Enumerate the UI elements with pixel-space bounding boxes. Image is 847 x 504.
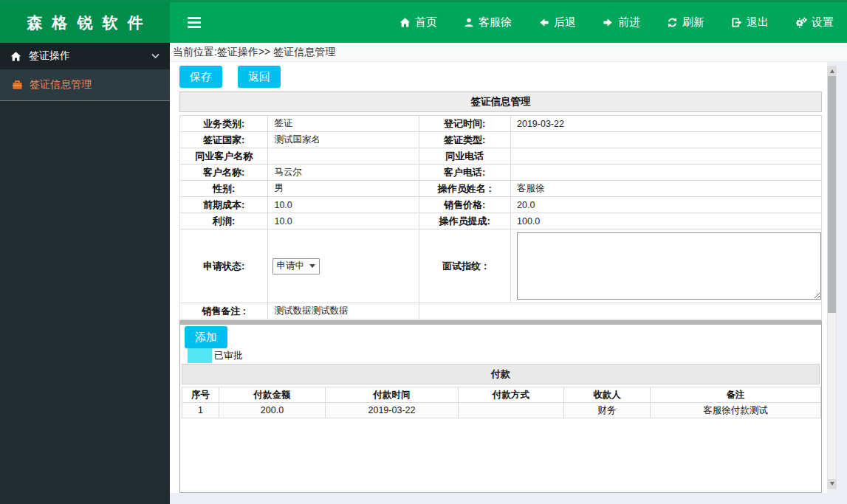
nav-current-user[interactable]: 客服徐 xyxy=(464,15,512,30)
field-label: 登记时间: xyxy=(419,116,510,132)
field-value: 10.0 xyxy=(268,213,419,229)
nav-label: 客服徐 xyxy=(479,15,512,30)
app-brand-text: 森格锐软件 xyxy=(27,13,153,33)
field-value: 测试数据测试数据 xyxy=(268,303,419,320)
field-label: 操作员提成: xyxy=(419,213,510,229)
field-value xyxy=(511,132,822,148)
sidebar-item-label: 签证信息管理 xyxy=(30,78,92,92)
payment-cell: 客服徐付款测试 xyxy=(651,403,821,418)
field-label: 操作员姓名 : xyxy=(419,181,510,197)
payment-cell xyxy=(459,403,564,418)
field-value: 100.0 xyxy=(511,213,822,229)
payments-panel: 添加 已审批 付款 序号 付款金额 付款时间 付款方式 收款人 备注 xyxy=(179,320,822,493)
scroll-down-button[interactable] xyxy=(828,479,836,489)
add-payment-button[interactable]: 添加 xyxy=(185,326,227,348)
app-brand: 森格锐软件 xyxy=(0,2,170,43)
field-value: 2019-03-22 xyxy=(511,116,822,132)
user-icon xyxy=(464,17,474,28)
sidebar-toggle-button[interactable] xyxy=(185,13,204,32)
nav-back[interactable]: 后退 xyxy=(538,15,576,30)
nav-settings[interactable]: 设置 xyxy=(795,15,834,30)
content-area: 当前位置:签证操作>> 签证信息管理 保存 返回 签证信息管理 业务类别: 签证… xyxy=(170,43,847,504)
visa-info-form-table: 业务类别: 签证 登记时间: 2019-03-22 签证国家: 测试国家名 签证… xyxy=(179,115,822,320)
payment-row[interactable]: 1 200.0 2019-03-22 财务 客服徐付款测试 xyxy=(182,403,821,418)
payments-title: 付款 xyxy=(182,364,820,384)
selected-option: 申请中 xyxy=(276,260,304,272)
hamburger-icon xyxy=(188,17,201,19)
hamburger-icon xyxy=(188,21,201,24)
nav-home[interactable]: 首页 xyxy=(400,15,437,30)
briefcase-icon xyxy=(12,80,23,91)
nav-label: 退出 xyxy=(747,15,769,30)
hamburger-icon xyxy=(188,26,201,28)
payment-cell: 1 xyxy=(182,403,219,418)
interview-fingerprint-textarea[interactable] xyxy=(517,232,821,300)
field-value: 客服徐 xyxy=(511,181,822,197)
field-label: 销售备注 : xyxy=(180,303,268,320)
field-label: 面试指纹 : xyxy=(419,229,510,303)
top-nav-items: 首页 客服徐 后退 前进 xyxy=(400,15,834,30)
payments-header-row: 序号 付款金额 付款时间 付款方式 收款人 备注 xyxy=(182,387,821,403)
nav-label: 前进 xyxy=(618,15,640,30)
field-label: 客户名称: xyxy=(180,165,268,181)
column-header: 序号 xyxy=(182,387,219,403)
field-value xyxy=(511,165,822,181)
field-label: 签证国家: xyxy=(180,132,268,148)
column-header: 付款金额 xyxy=(219,387,326,403)
form-row-note: 销售备注 : 测试数据测试数据 xyxy=(180,303,822,320)
form-row: 业务类别: 签证 登记时间: 2019-03-22 xyxy=(180,116,822,132)
nav-forward[interactable]: 前进 xyxy=(603,15,640,30)
approved-color-swatch xyxy=(188,348,212,363)
field-label: 性别: xyxy=(180,181,268,197)
gears-icon xyxy=(795,17,807,28)
application-status-select[interactable]: 申请中 xyxy=(272,258,320,275)
horizontal-scrollbar[interactable] xyxy=(180,321,821,325)
status-select-cell: 申请中 xyxy=(268,229,419,303)
toolbar: 保存 返回 xyxy=(179,66,827,88)
payment-cell: 财务 xyxy=(564,403,651,418)
arrow-left-icon xyxy=(538,17,549,28)
field-label: 同业客户名称 xyxy=(180,148,268,165)
payment-cell: 2019-03-22 xyxy=(326,403,459,418)
field-value: 男 xyxy=(268,181,419,197)
form-row-status: 申请状态: 申请中 面试指纹 : xyxy=(180,229,822,303)
field-value: 签证 xyxy=(268,116,419,132)
form-row: 同业客户名称 同业电话 xyxy=(180,148,822,165)
approved-legend: 已审批 xyxy=(188,348,821,363)
sidebar-item-visa-info-management[interactable]: 签证信息管理 xyxy=(0,69,170,101)
column-header: 付款方式 xyxy=(459,387,564,403)
nav-label: 后退 xyxy=(554,15,576,30)
save-button[interactable]: 保存 xyxy=(179,66,222,88)
sidebar-item-visa-operations[interactable]: 签证操作 xyxy=(0,43,170,69)
breadcrumb-text: 当前位置:签证操作>> 签证信息管理 xyxy=(173,46,335,59)
field-value: 测试国家名 xyxy=(268,132,419,148)
top-navbar: 首页 客服徐 后退 前进 xyxy=(170,2,847,43)
scrollbar-thumb[interactable] xyxy=(828,76,836,313)
form-row: 利润: 10.0 操作员提成: 100.0 xyxy=(180,213,822,229)
triangle-down-icon xyxy=(830,482,834,486)
chevron-down-icon xyxy=(309,264,315,268)
nav-refresh[interactable]: 刷新 xyxy=(667,15,704,30)
field-label: 业务类别: xyxy=(180,116,268,132)
logout-icon xyxy=(731,17,742,28)
field-value: 20.0 xyxy=(511,197,822,213)
vertical-scrollbar[interactable] xyxy=(827,66,837,489)
payment-cell: 200.0 xyxy=(219,403,326,418)
nav-logout[interactable]: 退出 xyxy=(731,15,769,30)
main-panel: 保存 返回 签证信息管理 业务类别: 签证 登记时间: 2019-03-22 签… xyxy=(170,62,827,493)
field-label: 客户电话: xyxy=(419,165,510,181)
sidebar-item-label: 签证操作 xyxy=(29,49,70,63)
nav-label: 刷新 xyxy=(682,15,704,30)
home-icon xyxy=(400,17,411,28)
legend-label: 已审批 xyxy=(214,349,243,362)
form-title: 签证信息管理 xyxy=(179,92,822,112)
empty-cell xyxy=(419,303,821,320)
nav-label: 设置 xyxy=(812,15,834,30)
column-header: 付款时间 xyxy=(326,387,459,403)
field-label: 利润: xyxy=(180,213,268,229)
form-row: 前期成本: 10.0 销售价格: 20.0 xyxy=(180,197,822,213)
field-value: 10.0 xyxy=(268,197,419,213)
scroll-up-button[interactable] xyxy=(828,66,836,76)
arrow-right-icon xyxy=(603,17,614,28)
back-button[interactable]: 返回 xyxy=(238,66,281,88)
